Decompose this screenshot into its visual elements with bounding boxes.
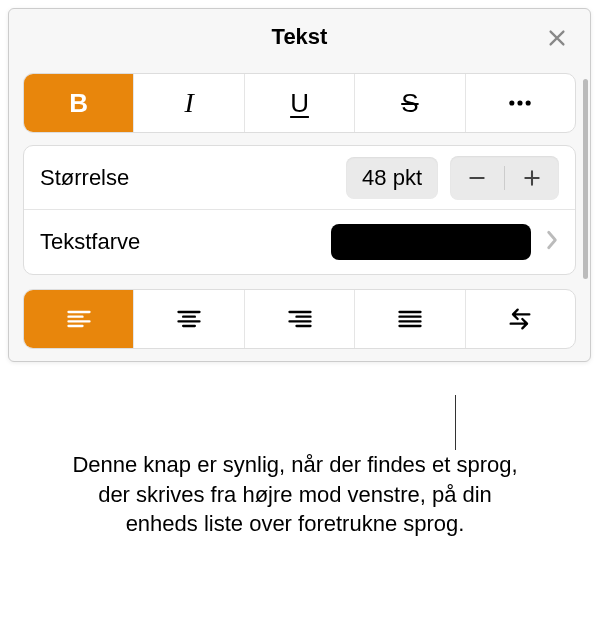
close-icon bbox=[546, 27, 568, 49]
align-justify-icon bbox=[396, 305, 424, 333]
close-button[interactable] bbox=[542, 23, 572, 53]
scrollbar[interactable] bbox=[583, 79, 588, 279]
more-text-options-button[interactable] bbox=[466, 74, 575, 132]
text-color-label: Tekstfarve bbox=[40, 229, 140, 255]
size-row: Størrelse 48 pkt bbox=[24, 146, 575, 210]
svg-point-0 bbox=[510, 100, 515, 105]
text-format-panel: Tekst B I U S Størrelse 48 bbox=[8, 8, 591, 362]
callout-line bbox=[455, 395, 456, 450]
align-left-icon bbox=[65, 305, 93, 333]
minus-icon bbox=[467, 168, 487, 188]
underline-button[interactable]: U bbox=[245, 74, 355, 132]
underline-icon: U bbox=[290, 88, 309, 119]
more-icon bbox=[506, 89, 534, 117]
text-direction-icon bbox=[506, 305, 534, 333]
align-left-button[interactable] bbox=[24, 290, 134, 348]
align-center-button[interactable] bbox=[134, 290, 244, 348]
strikethrough-button[interactable]: S bbox=[355, 74, 465, 132]
size-value-input[interactable]: 48 pkt bbox=[346, 157, 438, 199]
text-color-row[interactable]: Tekstfarve bbox=[24, 210, 575, 274]
svg-point-1 bbox=[518, 100, 523, 105]
callout-text: Denne knap er synlig, når der findes et … bbox=[60, 450, 530, 539]
align-justify-button[interactable] bbox=[355, 290, 465, 348]
size-stepper bbox=[450, 156, 559, 200]
size-decrease-button[interactable] bbox=[450, 156, 504, 200]
chevron-right-icon bbox=[545, 230, 559, 254]
text-color-swatch bbox=[331, 224, 531, 260]
panel-header: Tekst bbox=[9, 9, 590, 65]
bold-icon: B bbox=[69, 88, 88, 119]
text-properties-group: Størrelse 48 pkt Tekstfarve bbox=[23, 145, 576, 275]
bold-button[interactable]: B bbox=[24, 74, 134, 132]
align-right-icon bbox=[286, 305, 314, 333]
align-center-icon bbox=[175, 305, 203, 333]
size-label: Størrelse bbox=[40, 165, 129, 191]
text-direction-button[interactable] bbox=[466, 290, 575, 348]
align-right-button[interactable] bbox=[245, 290, 355, 348]
svg-point-2 bbox=[526, 100, 531, 105]
size-increase-button[interactable] bbox=[505, 156, 559, 200]
strikethrough-icon: S bbox=[401, 88, 418, 119]
alignment-toolbar bbox=[23, 289, 576, 349]
text-style-toolbar: B I U S bbox=[23, 73, 576, 133]
italic-icon: I bbox=[184, 87, 193, 119]
plus-icon bbox=[522, 168, 542, 188]
panel-title: Tekst bbox=[272, 24, 328, 50]
italic-button[interactable]: I bbox=[134, 74, 244, 132]
